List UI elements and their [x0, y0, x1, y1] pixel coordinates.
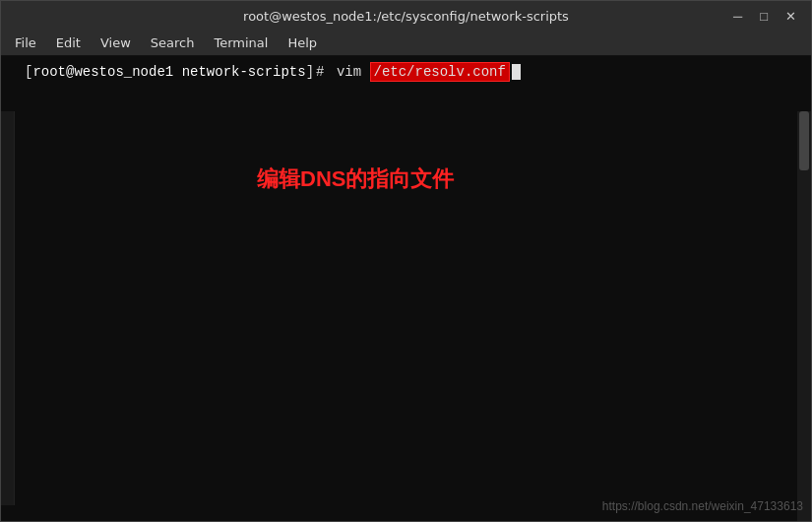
prompt-user: root@westos_node1: [32, 64, 173, 80]
prompt-space: [173, 64, 181, 80]
command-vim: vim: [328, 64, 369, 80]
left-sidebar-accent: [1, 111, 15, 505]
title-bar: root@westos_node1:/etc/sysconfig/network…: [1, 1, 811, 31]
terminal-cursor: [512, 64, 521, 80]
command-path: /etc/resolv.conf: [370, 62, 510, 82]
menu-terminal[interactable]: Terminal: [204, 33, 278, 53]
minimize-button[interactable]: ─: [728, 8, 747, 25]
window-title: root@westos_node1:/etc/sysconfig/network…: [243, 9, 569, 24]
scrollbar-thumb[interactable]: [799, 111, 809, 170]
terminal-body[interactable]: [ root@westos_node1 network-scripts ] # …: [1, 56, 811, 521]
menu-bar: File Edit View Search Terminal Help: [1, 31, 811, 56]
window-controls: ─ □ ✕: [728, 8, 801, 25]
terminal-prompt-line: [ root@westos_node1 network-scripts ] # …: [25, 62, 787, 82]
menu-view[interactable]: View: [91, 33, 141, 53]
menu-help[interactable]: Help: [278, 33, 327, 53]
menu-search[interactable]: Search: [141, 33, 205, 53]
scrollbar[interactable]: [797, 111, 811, 521]
watermark: https://blog.csdn.net/weixin_47133613: [602, 499, 803, 513]
close-button[interactable]: ✕: [781, 8, 801, 25]
prompt-hash: #: [316, 64, 324, 80]
prompt-directory: network-scripts: [182, 64, 306, 80]
terminal-window: root@westos_node1:/etc/sysconfig/network…: [0, 0, 812, 522]
maximize-button[interactable]: □: [755, 8, 773, 25]
prompt-open-bracket: [: [25, 64, 32, 80]
prompt-close-bracket: ]: [306, 64, 314, 80]
menu-edit[interactable]: Edit: [46, 33, 91, 53]
annotation-text: 编辑DNS的指向文件: [257, 164, 454, 194]
menu-file[interactable]: File: [5, 33, 46, 53]
